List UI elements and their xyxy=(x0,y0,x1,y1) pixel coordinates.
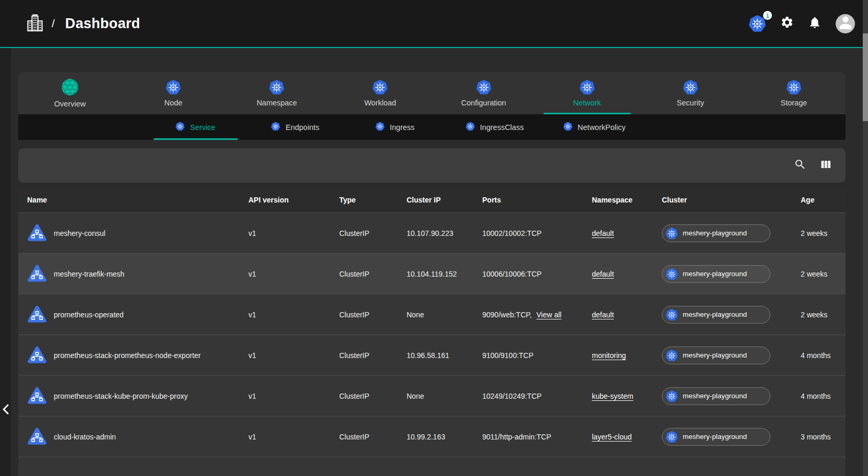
cell-cluster: meshery-playground xyxy=(662,213,801,253)
cell-type: ClusterIP xyxy=(339,416,407,457)
page-title: Dashboard xyxy=(65,16,140,32)
cell-cluster: meshery-playground xyxy=(662,294,801,335)
tab-overview[interactable]: Overview xyxy=(18,72,122,114)
subtab-endpoints[interactable]: Endpoints xyxy=(245,114,345,140)
kubernetes-icon xyxy=(372,79,388,95)
user-avatar[interactable] xyxy=(836,14,855,33)
settings-button[interactable] xyxy=(780,17,794,30)
namespace-link[interactable]: monitoring xyxy=(592,351,626,360)
subtab-networkpolicy[interactable]: NetworkPolicy xyxy=(544,114,644,140)
table-row[interactable]: meshery-traefik-mesh v1 ClusterIP 10.104… xyxy=(18,253,846,294)
cell-age: 2 weeks xyxy=(801,254,846,294)
tab-storage[interactable]: Storage xyxy=(742,72,846,114)
organization-icon[interactable] xyxy=(27,14,43,33)
table-row[interactable]: prometheus-operated v1 ClusterIP None 90… xyxy=(18,294,846,335)
network-subtab-bar: Service Endpoints Ingress xyxy=(18,114,846,140)
table-row[interactable]: meshery meshery-playground xyxy=(18,457,846,476)
cell-api-version: v1 xyxy=(248,376,339,416)
cell-cluster: meshery-playground xyxy=(662,254,801,294)
tab-label: Security xyxy=(677,99,704,107)
column-header-ports: Ports xyxy=(482,187,592,212)
tab-configuration[interactable]: Configuration xyxy=(432,72,536,114)
scrollbar-thumb[interactable] xyxy=(863,33,868,121)
search-button[interactable] xyxy=(794,159,806,172)
column-header-name: Name xyxy=(18,187,248,212)
service-name: prometheus-stack-prometheus-node-exporte… xyxy=(54,351,201,360)
subtab-ingress[interactable]: Ingress xyxy=(345,114,445,140)
cell-type: ClusterIP xyxy=(339,254,407,294)
tab-label: Namespace xyxy=(257,99,297,107)
person-icon xyxy=(837,14,854,33)
table-row[interactable]: cloud-kratos-admin v1 ClusterIP 10.99.2.… xyxy=(18,416,846,457)
kubernetes-icon xyxy=(375,122,385,133)
column-header-api-version: API version xyxy=(248,187,339,212)
service-name: prometheus-operated xyxy=(54,311,124,319)
cell-age: 4 months xyxy=(801,335,846,375)
cell-cluster-ip: None xyxy=(407,376,482,416)
cluster-chip[interactable]: meshery-playground xyxy=(662,347,770,364)
subtab-label: IngressClass xyxy=(480,123,524,132)
kubernetes-icon xyxy=(165,79,181,95)
cell-name: prometheus-operated xyxy=(18,294,248,335)
tab-label: Overview xyxy=(54,100,86,108)
tab-network[interactable]: Network xyxy=(536,72,639,114)
cluster-chip[interactable]: meshery-playground xyxy=(662,265,770,283)
table-toolbar xyxy=(18,148,846,183)
cluster-chip[interactable]: meshery-playground xyxy=(662,306,770,324)
namespace-link[interactable]: default xyxy=(592,311,614,319)
cell-age: 2 weeks xyxy=(801,294,846,335)
ports-text: 10002/10002:TCP xyxy=(482,229,542,237)
table-row[interactable]: meshery-consul v1 ClusterIP 10.107.90.22… xyxy=(18,212,846,253)
kubernetes-icon xyxy=(683,79,698,95)
cell-namespace: kube-system xyxy=(592,376,662,416)
table-row[interactable]: prometheus-stack-kube-prom-kube-proxy v1… xyxy=(18,375,846,416)
cell-api-version: v1 xyxy=(248,213,339,253)
kubernetes-icon xyxy=(269,79,284,95)
cell-namespace: monitoring xyxy=(592,335,662,375)
kubernetes-icon xyxy=(665,431,678,443)
table-row[interactable]: prometheus-stack-prometheus-node-exporte… xyxy=(18,335,846,375)
cell-cluster-ip: 10.96.58.161 xyxy=(407,335,482,375)
column-header-age: Age xyxy=(801,187,846,212)
cluster-name: meshery-playground xyxy=(683,270,747,278)
service-icon xyxy=(27,305,47,324)
subtab-label: Service xyxy=(190,123,215,132)
search-icon xyxy=(794,158,806,173)
service-icon xyxy=(27,224,47,242)
namespace-link[interactable]: default xyxy=(592,270,614,278)
view-all-link[interactable]: View all xyxy=(537,311,562,319)
cluster-name: meshery-playground xyxy=(683,351,747,359)
tab-node[interactable]: Node xyxy=(122,72,225,114)
cell-age: 4 months xyxy=(801,376,846,416)
column-header-type: Type xyxy=(339,187,407,212)
tab-label: Node xyxy=(164,99,183,107)
cell-api-version: v1 xyxy=(248,254,339,294)
kubernetes-context-button[interactable]: 1 xyxy=(748,15,766,32)
cell-ports: 10002/10002:TCP xyxy=(482,213,592,253)
subtab-service[interactable]: Service xyxy=(146,114,245,140)
namespace-link[interactable]: kube-system xyxy=(592,392,633,400)
cell-cluster: meshery-playground xyxy=(662,416,801,457)
kubernetes-icon xyxy=(665,308,678,321)
tab-namespace[interactable]: Namespace xyxy=(225,72,328,114)
cell-namespace: layer5-cloud xyxy=(592,416,662,457)
columns-button[interactable] xyxy=(819,159,832,172)
namespace-link[interactable]: default xyxy=(592,229,614,237)
cluster-chip[interactable]: meshery-playground xyxy=(662,387,770,405)
cell-namespace: default xyxy=(592,294,662,335)
breadcrumb-separator: / xyxy=(52,17,55,30)
tab-workload[interactable]: Workload xyxy=(328,72,432,114)
tab-security[interactable]: Security xyxy=(639,72,742,114)
service-icon xyxy=(27,265,47,283)
ports-text: 9100/9100:TCP xyxy=(482,351,533,360)
notifications-button[interactable] xyxy=(808,17,822,30)
subtab-label: NetworkPolicy xyxy=(578,123,626,132)
namespace-link[interactable]: layer5-cloud xyxy=(592,433,632,441)
subtab-ingressclass[interactable]: IngressClass xyxy=(445,114,544,140)
tab-label: Configuration xyxy=(461,99,506,107)
subtab-label: Endpoints xyxy=(286,123,319,132)
collapse-sidebar-button[interactable] xyxy=(2,403,10,416)
scrollbar-track[interactable] xyxy=(863,0,868,476)
cluster-chip[interactable]: meshery-playground xyxy=(662,224,770,242)
cluster-chip[interactable]: meshery-playground xyxy=(662,428,770,446)
